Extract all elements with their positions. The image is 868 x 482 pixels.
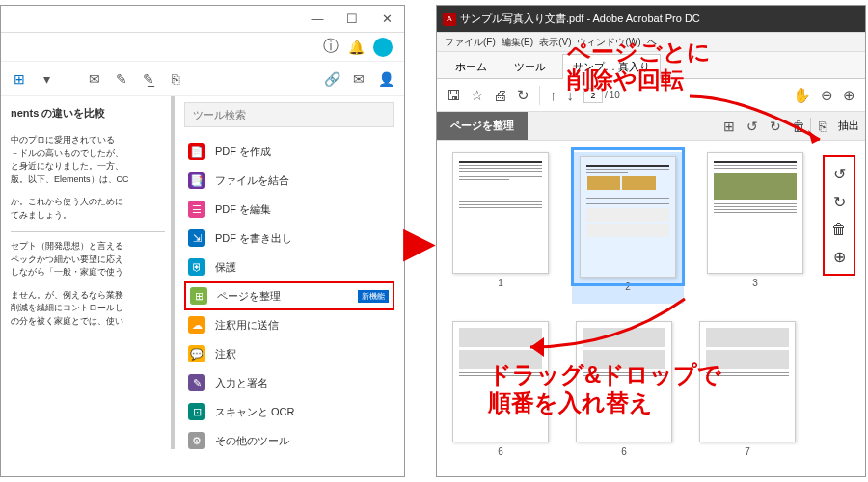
page-thumbnail[interactable]: 7 [695,321,800,465]
tools-panel: 📄PDF を作成📑ファイルを結合☰PDF を編集⇲PDF を書き出し⛨保護⊞ペー… [175,96,404,449]
page-up-icon[interactable]: ↑ [550,87,557,103]
toolbar: ⊞ ▾ ✉ ✎ ✎̲ ⎘ 🔗 ✉ 👤 [1,62,404,96]
avatar[interactable] [373,38,393,57]
add-icon[interactable]: ⊕ [833,248,846,266]
page-thumbnail[interactable]: 2 [572,152,684,304]
extract-icon[interactable]: ⎘ [811,119,834,134]
save-icon[interactable]: 🖫 [447,87,461,103]
tool-label: 注釈 [215,347,236,362]
maximize-button[interactable]: ☐ [335,6,369,33]
tool-item-PDF を作成[interactable]: 📄PDF を作成 [184,137,394,166]
tool-icon: ⊡ [188,403,205,420]
tool-label: PDF を編集 [215,202,271,217]
comment-icon[interactable]: ✉ [86,70,103,88]
view-icon[interactable]: ⊞ [11,70,28,88]
page-number: 3 [752,278,758,288]
trash-icon[interactable]: 🗑 [831,221,847,238]
zoom-in-icon[interactable]: ⊕ [843,87,855,104]
page-number-input[interactable] [583,88,603,103]
tool-label: ファイルを結合 [215,174,289,188]
close-button[interactable]: ✕ [369,6,404,33]
menu-file[interactable]: ファイル(F) [445,36,496,49]
tool-item-保護[interactable]: ⛨保護 [184,253,394,281]
tool-item-ページを整理[interactable]: ⊞ページを整理新機能 [184,281,394,310]
page-thumbnail[interactable]: 6 [572,321,676,465]
new-badge: 新機能 [358,290,389,303]
rotate-left-icon[interactable]: ↺ [741,119,764,134]
tool-label: その他のツール [215,434,289,448]
titlebar: — ☐ ✕ [1,6,404,33]
tool-label: ページを整理 [217,289,281,304]
page-number: 6 [498,446,503,457]
rotate-cw-icon[interactable]: ↻ [833,193,846,211]
doc-p3: セプト（開発思想）と言える ペックかつ細かい要望に応え しながら「一般・家庭で使… [11,240,165,280]
doc-p2: か。これから使う人のために てみましょう。 [11,196,165,222]
menu-help[interactable]: ヘ [647,36,657,49]
info-icon[interactable]: ⓘ [323,40,339,55]
menu-edit[interactable]: 編集(E) [502,36,533,49]
tool-search-input[interactable] [184,102,394,127]
star-icon[interactable]: ☆ [471,87,483,104]
tool-item-PDF を編集[interactable]: ☰PDF を編集 [184,195,394,224]
transition-arrow-icon: ▶ [403,217,436,266]
tab-home[interactable]: ホーム [445,54,498,79]
tool-icon: 📄 [188,143,205,160]
document-preview: nents の違いを比較 中のプロに愛用されている －ドルの高いものでしたが、 … [1,96,175,449]
tool-item-ファイルを結合[interactable]: 📑ファイルを結合 [184,166,394,195]
acrobat-organize-window: A サンプル写真入り文書.pdf - Adobe Acrobat Pro DC … [436,5,866,477]
highlight-icon[interactable]: ✎ [113,70,130,88]
rotate-right-icon[interactable]: ↻ [764,119,787,134]
tool-icon: ⊞ [190,287,207,305]
mail-icon[interactable]: ✉ [350,70,367,88]
tool-label: PDF を書き出し [215,231,292,246]
delete-icon[interactable]: 🗑 [787,119,810,134]
refresh-icon[interactable]: ↻ [517,87,529,104]
tool-label: 保護 [215,260,236,275]
tool-icon: ⇲ [188,229,205,247]
sign-icon[interactable]: ✎̲ [140,70,157,88]
page-number: 2 [625,281,631,292]
tool-label: 注釈用に送信 [215,318,279,333]
page-indicator: / 10 [583,88,620,103]
page-thumbnail[interactable]: 3 [703,152,807,304]
tool-item-その他のツール[interactable]: ⚙その他のツール [184,426,394,455]
print-icon[interactable]: 🖨 [493,87,507,103]
body: nents の違いを比較 中のプロに愛用されている －ドルの高いものでしたが、 … [1,96,404,449]
tool-icon: ⚙ [188,432,205,449]
tool-label: 入力と署名 [215,376,268,390]
notification-icon[interactable]: 🔔 [348,40,364,55]
page-down-icon[interactable]: ↓ [567,87,575,103]
user-icon[interactable]: 👤 [377,70,394,88]
zoom-out-icon[interactable]: ⊖ [821,87,833,104]
tab-tools[interactable]: ツール [503,54,556,79]
tool-item-注釈用に送信[interactable]: ☁注釈用に送信 [184,310,394,339]
tool-item-PDF を書き出し[interactable]: ⇲PDF を書き出し [184,224,394,253]
tool-item-スキャンと OCR[interactable]: ⊡スキャンと OCR [184,397,394,426]
menu-view[interactable]: 表示(V) [539,36,571,49]
page-thumbnail[interactable]: 6 [448,321,553,465]
tool-item-入力と署名[interactable]: ✎入力と署名 [184,368,394,397]
titlebar: A サンプル写真入り文書.pdf - Adobe Acrobat Pro DC [437,6,865,33]
rotate-ccw-icon[interactable]: ↺ [833,165,846,183]
dropdown-icon[interactable]: ▾ [38,70,55,88]
extract-label[interactable]: 抽出 [838,119,859,133]
ribbon: 🖫 ☆ 🖨 ↻ ↑ ↓ / 10 ✋ ⊖ ⊕ [437,79,865,112]
doc-p4: ません。が、例えるなら業務 削減を繊細にコントロールし の分を被く家庭とでは、使… [11,289,165,329]
selected-page-controls: ↺ ↻ 🗑 ⊕ [823,155,855,276]
insert-icon[interactable]: ⊞ [718,119,741,134]
page-number: 1 [498,278,503,288]
page-number: 7 [745,446,750,457]
tool-icon: ☰ [188,201,205,218]
page-thumbnail[interactable]: 1 [448,152,553,304]
tool-icon: 📑 [188,172,205,189]
menu-window[interactable]: ウィンドウ(W) [577,36,640,49]
tab-document[interactable]: サンプ… 真入り [562,54,661,79]
stamp-icon[interactable]: ⎘ [167,70,184,88]
link-icon[interactable]: 🔗 [323,70,340,88]
hand-icon[interactable]: ✋ [793,87,811,104]
tool-item-注釈[interactable]: 💬注釈 [184,339,394,368]
window-title: サンプル写真入り文書.pdf - Adobe Acrobat Pro DC [460,12,700,26]
minimize-button[interactable]: — [300,6,335,33]
tool-label: PDF を作成 [215,145,271,159]
tool-label: スキャンと OCR [215,405,295,419]
